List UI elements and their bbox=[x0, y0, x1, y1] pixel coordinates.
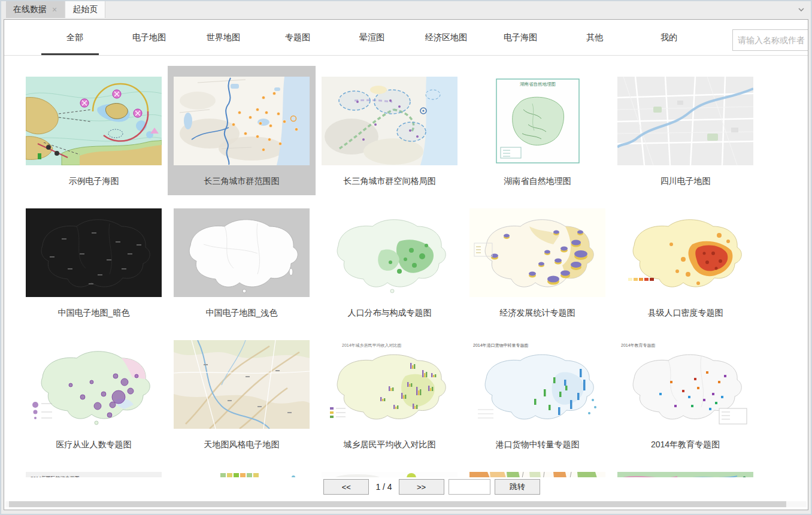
thumbnail-caption: 2014年教育专题图 bbox=[617, 440, 753, 450]
gallery-item-partial-3[interactable] bbox=[316, 461, 463, 477]
svg-text:2014年国际旅游专题图: 2014年国际旅游专题图 bbox=[31, 475, 80, 477]
sichuan-map-thumbnail bbox=[617, 77, 753, 165]
horizontal-scrollbar-thumb[interactable] bbox=[9, 501, 786, 507]
partial-thumbnail-topo bbox=[469, 472, 605, 477]
gallery-item-port-cargo[interactable]: 2014年港口货物中转量专题图 bbox=[463, 329, 611, 459]
tab-all[interactable]: 全部 bbox=[38, 20, 112, 55]
tab-start-page[interactable]: 起始页 bbox=[65, 1, 105, 18]
jump-page-input[interactable] bbox=[449, 479, 490, 495]
next-page-button[interactable]: >> bbox=[399, 479, 444, 495]
jump-button[interactable]: 跳转 bbox=[495, 479, 540, 495]
gallery-item-partial-4[interactable] bbox=[463, 461, 611, 477]
gallery-item-sichuan-map[interactable]: 四川电子地图 bbox=[611, 66, 759, 195]
svg-text:2014年城乡居民平均收入对比图: 2014年城乡居民平均收入对比图 bbox=[342, 343, 402, 348]
gallery-item-hunan-geography[interactable]: 湖南省自然地理图 湖南省自然地理图 bbox=[463, 66, 611, 195]
gallery-grid: 示例电子海图 bbox=[4, 56, 808, 477]
chevron-down-icon[interactable] bbox=[796, 5, 806, 14]
thumbnail-caption: 城乡居民平均收入对比图 bbox=[322, 440, 457, 450]
gallery-item-china-dark[interactable]: 中国电子地图_暗色 bbox=[20, 198, 168, 327]
gallery-item-population-density[interactable]: 县级人口密度专题图 bbox=[611, 198, 759, 327]
gallery-item-economic-statistics[interactable]: 经济发展统计专题图 bbox=[463, 198, 611, 327]
tab-hillshade-map[interactable]: 晕渲图 bbox=[335, 20, 409, 55]
medical-workers-thumbnail bbox=[26, 340, 162, 429]
pagination-bar: << 1 / 4 >> 跳转 bbox=[30, 478, 808, 495]
gallery-viewport: 示例电子海图 bbox=[4, 56, 808, 477]
population-distribution-thumbnail bbox=[322, 208, 457, 297]
thumbnail-caption: 县级人口密度专题图 bbox=[617, 308, 753, 319]
tab-mine[interactable]: 我的 bbox=[632, 20, 706, 55]
thumbnail-caption: 长三角城市群范围图 bbox=[174, 176, 310, 187]
thumbnail-caption: 中国电子地图_浅色 bbox=[174, 308, 310, 319]
port-cargo-thumbnail: 2014年港口货物中转量专题图 bbox=[469, 340, 605, 429]
thumbnail-caption: 四川电子地图 bbox=[617, 176, 753, 187]
tianditu-style-thumbnail bbox=[174, 340, 310, 429]
thumbnail-caption: 医疗从业人数专题图 bbox=[26, 440, 162, 450]
document-tabstrip: 在线数据 × 起始页 bbox=[1, 1, 811, 18]
gallery-item-yrd-spatial-pattern[interactable]: 长三角城市群空间格局图 bbox=[316, 66, 463, 195]
svg-text:2014年教育专题图: 2014年教育专题图 bbox=[621, 343, 656, 348]
app-window: 在线数据 × 起始页 全部 电子地图 世界地图 专题图 晕渲图 经济区地图 电子… bbox=[0, 0, 812, 515]
gallery-item-partial-5[interactable] bbox=[611, 461, 759, 477]
gallery-item-sample-sea-chart[interactable]: 示例电子海图 bbox=[20, 66, 168, 195]
prev-page-button[interactable]: << bbox=[323, 479, 369, 495]
tab-thematic-map[interactable]: 专题图 bbox=[260, 20, 335, 55]
thumbnail-caption: 中国电子地图_暗色 bbox=[26, 308, 162, 319]
sea-chart-thumbnail bbox=[26, 77, 162, 165]
partial-thumbnail-green-lines bbox=[617, 472, 753, 477]
tab-start-page-label: 起始页 bbox=[72, 4, 98, 15]
gallery-item-education-2014[interactable]: 2014年教育专题图 bbox=[611, 329, 759, 459]
thumbnail-caption: 湖南省自然地理图 bbox=[469, 176, 605, 187]
thumbnail-caption: 天地图风格电子地图 bbox=[174, 440, 310, 450]
tab-online-data-label: 在线数据 bbox=[13, 4, 47, 15]
gallery-item-yrd-range-map[interactable]: 长三角城市群范围图 bbox=[168, 66, 316, 195]
tab-other[interactable]: 其他 bbox=[558, 20, 632, 55]
close-icon[interactable]: × bbox=[52, 5, 57, 14]
gallery-item-tianditu-style[interactable]: 天地图风格电子地图 bbox=[168, 329, 316, 459]
income-comparison-thumbnail: 2014年城乡居民平均收入对比图 bbox=[322, 340, 457, 429]
thumbnail-caption: 港口货物中转量专题图 bbox=[469, 440, 605, 450]
yrd-range-map-thumbnail bbox=[174, 77, 310, 165]
thumbnail-caption: 经济发展统计专题图 bbox=[469, 308, 605, 319]
partial-thumbnail-green-grid bbox=[174, 472, 310, 477]
gallery-item-partial-2[interactable] bbox=[168, 461, 316, 477]
gallery-item-partial-tourism-2014[interactable]: 2014年国际旅游专题图 bbox=[20, 461, 168, 477]
gallery-item-medical-workers[interactable]: 医疗从业人数专题图 bbox=[20, 329, 168, 459]
gallery-item-china-light[interactable]: 中国电子地图_浅色 bbox=[168, 198, 316, 327]
gallery-item-income-comparison[interactable]: 2014年城乡居民平均收入对比图 bbox=[316, 329, 463, 459]
gallery-item-population-distribution[interactable]: 人口分布与构成专题图 bbox=[316, 198, 463, 327]
thumbnail-caption: 人口分布与构成专题图 bbox=[322, 308, 457, 319]
yrd-spatial-pattern-thumbnail bbox=[322, 77, 457, 165]
thumbnail-caption: 示例电子海图 bbox=[26, 176, 162, 187]
svg-text:湖南省自然地理图: 湖南省自然地理图 bbox=[520, 81, 556, 87]
thumbnail-caption: 长三角城市群空间格局图 bbox=[322, 176, 457, 187]
tab-nautical-chart[interactable]: 电子海图 bbox=[483, 20, 558, 55]
svg-text:2014年港口货物中转量专题图: 2014年港口货物中转量专题图 bbox=[473, 343, 529, 348]
page-indicator: 1 / 4 bbox=[373, 482, 394, 492]
education-2014-thumbnail: 2014年教育专题图 bbox=[617, 340, 753, 429]
online-data-panel: 全部 电子地图 世界地图 专题图 晕渲图 经济区地图 电子海图 其他 我的 bbox=[4, 19, 808, 510]
horizontal-scrollbar[interactable] bbox=[5, 501, 807, 507]
economic-statistics-thumbnail bbox=[469, 208, 605, 297]
tab-electronic-map[interactable]: 电子地图 bbox=[112, 20, 186, 55]
population-density-thumbnail bbox=[617, 208, 753, 297]
hunan-geography-thumbnail: 湖南省自然地理图 bbox=[469, 77, 605, 165]
tourism-2014-thumbnail: 2014年国际旅游专题图 bbox=[26, 472, 162, 477]
category-tabs: 全部 电子地图 世界地图 专题图 晕渲图 经济区地图 电子海图 其他 我的 bbox=[38, 20, 706, 55]
category-navbar: 全部 电子地图 世界地图 专题图 晕渲图 经济区地图 电子海图 其他 我的 bbox=[4, 20, 808, 56]
tab-world-map[interactable]: 世界地图 bbox=[186, 20, 260, 55]
partial-thumbnail-pale-map bbox=[322, 472, 457, 477]
tab-economic-zone-map[interactable]: 经济区地图 bbox=[409, 20, 483, 55]
china-light-thumbnail bbox=[174, 208, 310, 297]
china-dark-thumbnail bbox=[26, 208, 162, 297]
search-input[interactable] bbox=[732, 29, 808, 51]
tab-online-data[interactable]: 在线数据 × bbox=[6, 1, 65, 18]
